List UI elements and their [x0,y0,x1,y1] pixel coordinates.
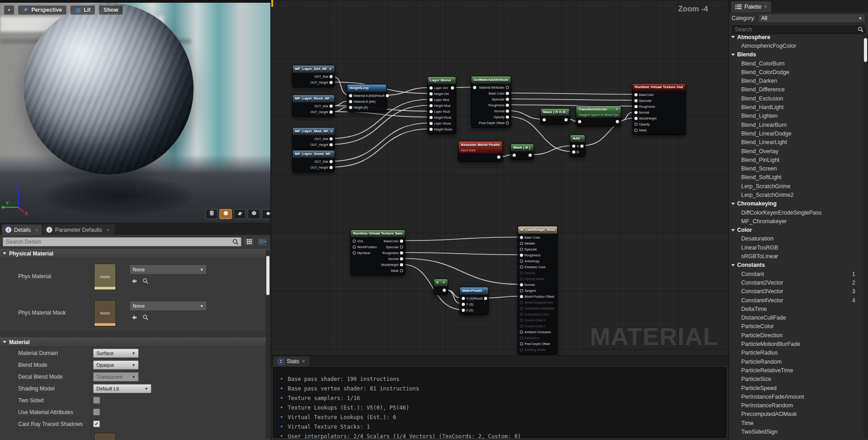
property-dropdown[interactable]: Opaque▼ [93,360,139,370]
node-pin[interactable] [400,257,403,260]
node-pin[interactable] [329,166,333,169]
output-pin-Result[interactable]: Result [375,94,389,97]
input-pin-value[interactable] [513,154,517,157]
output-pin-value[interactable] [441,289,446,292]
input-pin-value[interactable] [473,86,478,89]
output-pin-value[interactable] [527,154,532,157]
node-header[interactable]: MF_Layer_Snow_NF_VT [293,150,334,158]
output-pin-Roughness[interactable]: Roughness [383,251,403,255]
palette-item[interactable]: ParticleRelativeTime [729,366,863,375]
palette-item[interactable]: Constant4Vector4 [729,296,863,305]
node-pin[interactable] [572,145,575,148]
node-pin[interactable] [506,104,509,107]
node-pin[interactable] [520,295,523,298]
graph-node-snow[interactable]: MF_Layer_Snow_NF_VTOUT_MatOUT_Height [292,150,335,172]
node-pin[interactable] [429,116,433,119]
output-pin-WorldHeight[interactable]: WorldHeight [381,263,403,266]
graph-wire[interactable] [402,253,521,255]
node-pin[interactable] [520,342,523,345]
palette-item[interactable]: Blend_PinLight [729,155,863,164]
input-pin-Custom Data 0[interactable]: Custom Data 0 [520,319,546,322]
input-pin-Metallic[interactable]: Metallic [520,242,535,245]
close-icon[interactable]: × [302,358,305,365]
section-material[interactable]: Material [0,337,270,347]
input-pin-World Position Offset[interactable]: World Position Offset [520,295,554,298]
node-pin[interactable] [353,251,356,255]
node-pin[interactable] [462,309,465,312]
node-pin[interactable] [520,283,523,286]
input-pin-Height Rock[interactable]: Height Rock [429,116,451,119]
input-pin-UVs[interactable]: UVs [353,240,363,243]
palette-scroll-thumb[interactable] [864,38,867,62]
input-pin-WorldPosition[interactable]: WorldPosition [353,245,377,249]
property-checkbox[interactable]: ✓ [93,420,100,427]
node-pin[interactable] [400,240,403,243]
node-pin[interactable] [349,100,352,103]
palette-item[interactable]: Blend_ColorDodge [729,68,863,76]
chevron-down-icon[interactable]: ▼ [615,106,619,113]
node-pin[interactable] [634,117,638,120]
palette-item[interactable]: ParticleMotionBlurFade [729,340,863,348]
output-pin-Material Attributes[interactable]: Material Attributes [479,86,509,89]
input-pin-Layer Mud[interactable]: Layer Mud [429,98,449,101]
node-pin[interactable] [329,81,333,84]
input-pin-X (S)[interactable]: X (S) [462,297,474,300]
node-header[interactable]: MF_Layer_Mud_NF_VT [293,128,334,135]
node-pin[interactable] [329,75,333,78]
input-pin-Height (S)[interactable]: Height (S) [349,106,368,109]
node-header[interactable]: 0▼ [434,279,448,286]
output-pin-value[interactable] [579,145,584,148]
node-pin[interactable] [520,254,523,257]
preview-viewport[interactable]: ▼ Perspective Lit Show Z Y X [0,0,270,223]
output-pin-OUT_Mat[interactable]: OUT_Mat [314,160,333,163]
palette-item[interactable]: TwoSidedSign [729,427,863,436]
lit-button[interactable]: Lit [70,5,95,15]
palette-item[interactable]: Time [729,419,863,427]
node-pin[interactable] [462,303,465,306]
graph-wire[interactable] [508,111,544,120]
node-header[interactable]: Runtime Virtual Texture Output▼ [633,84,685,91]
preview-shape-cylinder-button[interactable] [205,209,218,219]
node-header[interactable]: GetMaterialAttributes▼ [471,76,511,84]
node-pin[interactable] [520,336,523,340]
node-pin[interactable] [329,110,333,114]
node-pin[interactable] [634,99,638,102]
node-pin[interactable] [484,297,487,300]
input-pin-Height Dirt[interactable]: Height Dirt [429,92,449,95]
use-selected-icon[interactable] [131,278,138,284]
chevron-down-icon[interactable]: ▼ [582,135,583,142]
input-pin-Height Snow[interactable]: Height Snow [429,128,452,131]
section-physical-material[interactable]: Physical Material [0,249,270,259]
graph-node-mls[interactable]: M_LandScape_SnowBase ColorMetallicSpecul… [518,226,558,355]
palette-category-header[interactable]: Constants [729,261,863,270]
node-pin[interactable] [520,313,523,316]
node-pin[interactable] [520,248,523,251]
property-checkbox[interactable] [93,409,100,415]
output-pin-OUT_Height[interactable]: OUT_Height [310,81,333,84]
browse-icon[interactable] [142,314,149,320]
graph-wire[interactable] [402,265,463,310]
material-graph-panel[interactable]: MF_Layer_Dirt_NF_VTOUT_MatOUT_HeightMF_L… [270,0,728,355]
graph-wire[interactable] [402,259,521,285]
graph-node-hlerp[interactable]: HeightLerpMaterial A (MA)ResultMaterial … [347,84,387,112]
output-pin-value[interactable] [563,118,568,121]
chevron-down-icon[interactable]: ▼ [442,279,445,286]
input-pin-Shading Model[interactable]: Shading Model [520,348,546,351]
input-pin-Refraction[interactable]: Refraction [520,336,539,340]
asset-thumbnail[interactable]: None [94,264,116,290]
node-pin[interactable] [429,104,433,107]
graph-node-rvtout[interactable]: Runtime Virtual Texture Output▼BaseColor… [632,83,686,135]
node-pin[interactable] [578,120,581,123]
output-pin-OUT_Mat[interactable]: OUT_Mat [314,75,333,78]
node-pin[interactable] [400,269,403,272]
output-pin-OUT_Height[interactable]: OUT_Height [310,166,333,169]
palette-item[interactable]: Blend_SoftLight [729,173,863,182]
input-pin-Subsurface Color[interactable]: Subsurface Color [520,313,549,316]
output-pin-OUT_Mat[interactable]: OUT_Mat [314,137,333,140]
input-pin-Specular[interactable]: Specular [634,99,652,102]
node-pin[interactable] [580,145,584,148]
palette-item[interactable]: ParticleColor [729,322,863,331]
input-pin-Tangent[interactable]: Tangent [520,289,536,292]
show-button[interactable]: Show [99,5,123,15]
graph-node-dirt[interactable]: MF_Layer_Dirt_NF_VTOUT_MatOUT_Height [292,65,335,87]
